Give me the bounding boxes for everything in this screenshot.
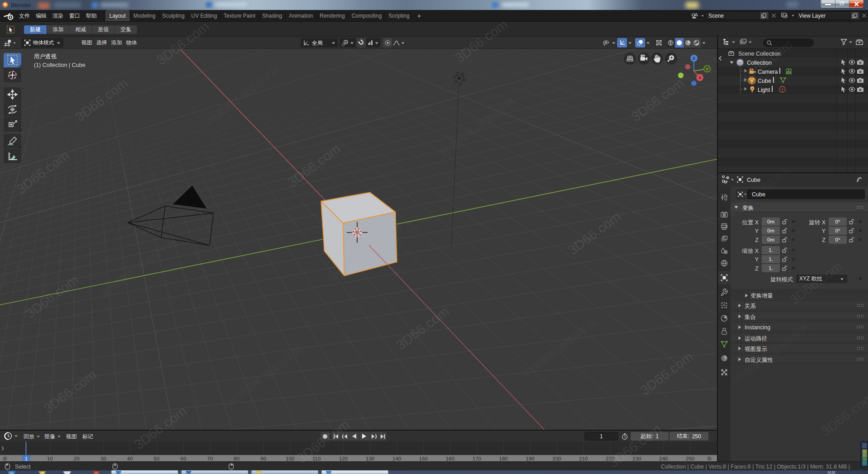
svg-text:Z: Z [693, 56, 695, 61]
svg-text:Y: Y [706, 66, 709, 71]
svg-text:X: X [698, 75, 702, 80]
